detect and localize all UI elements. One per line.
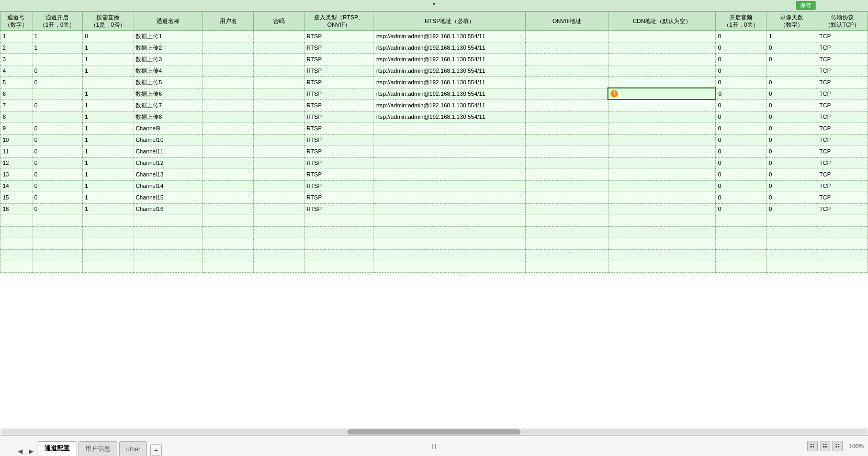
cell-audio[interactable]: 0	[716, 157, 766, 169]
cell-name[interactable]: 数据上传4	[133, 65, 203, 76]
cell-rtsp[interactable]: rtsp://admin:admin@192.168.1.130:554/11	[374, 65, 525, 76]
cell-name[interactable]: Channel15	[133, 192, 203, 203]
table-row[interactable]: 1501Channel15RTSP00TCP	[1, 192, 868, 203]
cell-cdn[interactable]	[608, 169, 716, 180]
cell-pass[interactable]	[254, 169, 305, 180]
cell-direct[interactable]: 1	[83, 99, 133, 111]
cell-open[interactable]: 0	[32, 99, 83, 111]
cell-cdn[interactable]	[608, 30, 716, 42]
cell-channel[interactable]: 12	[1, 157, 32, 169]
cell-audio[interactable]: 0	[716, 146, 766, 157]
cell-onvif[interactable]	[526, 180, 608, 192]
cell-proto[interactable]: TCP	[817, 65, 868, 76]
cell-direct[interactable]: 0	[83, 30, 133, 42]
cell-channel[interactable]: 16	[1, 203, 32, 215]
table-row[interactable]: 1001Channel10RTSP00TCP	[1, 134, 868, 146]
cell-channel[interactable]: 9	[1, 123, 32, 134]
table-row[interactable]: 1301Channel13RTSP00TCP	[1, 169, 868, 180]
cell-type[interactable]: RTSP	[304, 65, 374, 76]
cell-rtsp[interactable]	[374, 180, 525, 192]
cell-proto[interactable]: TCP	[817, 76, 868, 88]
cell-name[interactable]: 数据上传3	[133, 53, 203, 65]
table-row[interactable]: 110数据上传1RTSPrtsp://admin:admin@192.168.1…	[1, 30, 868, 42]
cell-type[interactable]: RTSP	[304, 146, 374, 157]
cell-pass[interactable]	[254, 146, 305, 157]
cell-pass[interactable]	[254, 192, 305, 203]
cell-cdn[interactable]	[608, 180, 716, 192]
cell-proto[interactable]: TCP	[817, 192, 868, 203]
cell-type[interactable]: RTSP	[304, 203, 374, 215]
tab-item-1[interactable]: 用户信息	[78, 441, 117, 456]
cell-type[interactable]: RTSP	[304, 192, 374, 203]
cell-type[interactable]: RTSP	[304, 123, 374, 134]
cell-open[interactable]: 0	[32, 192, 83, 203]
cell-type[interactable]: RTSP	[304, 169, 374, 180]
cell-type[interactable]: RTSP	[304, 88, 374, 99]
cell-onvif[interactable]	[526, 65, 608, 76]
cell-direct[interactable]: 1	[83, 192, 133, 203]
cell-audio[interactable]: 0	[716, 180, 766, 192]
cell-channel[interactable]: 13	[1, 169, 32, 180]
main-content[interactable]: 通道号 （数字）通道开启 （1开，0关）按需直播 （1是，0否）通道名称用户名密…	[0, 12, 868, 428]
cell-channel[interactable]: 11	[1, 146, 32, 157]
table-row[interactable]: 401数据上传4RTSPrtsp://admin:admin@192.168.1…	[1, 65, 868, 76]
cell-onvif[interactable]	[526, 111, 608, 123]
cell-user[interactable]	[203, 76, 254, 88]
cell-user[interactable]	[203, 134, 254, 146]
cell-audio[interactable]: 0	[716, 203, 766, 215]
cell-channel[interactable]: 14	[1, 180, 32, 192]
tab-next-button[interactable]: ▶	[27, 447, 36, 456]
cell-user[interactable]	[203, 42, 254, 53]
cell-proto[interactable]: TCP	[817, 30, 868, 42]
cell-proto[interactable]: TCP	[817, 99, 868, 111]
cell-name[interactable]: 数据上传8	[133, 111, 203, 123]
cell-channel[interactable]: 2	[1, 42, 32, 53]
cell-channel[interactable]: 8	[1, 111, 32, 123]
cell-user[interactable]	[203, 88, 254, 99]
cell-pass[interactable]	[254, 76, 305, 88]
cell-name[interactable]: 数据上传1	[133, 30, 203, 42]
cell-name[interactable]: 数据上传2	[133, 42, 203, 53]
cell-user[interactable]	[203, 65, 254, 76]
cell-type[interactable]: RTSP	[304, 30, 374, 42]
cell-channel[interactable]: 4	[1, 65, 32, 76]
cell-onvif[interactable]	[526, 192, 608, 203]
cell-direct[interactable]: 1	[83, 123, 133, 134]
cell-channel[interactable]: 15	[1, 192, 32, 203]
view-list-button[interactable]: ☷	[820, 441, 830, 451]
cell-direct[interactable]: 1	[83, 88, 133, 99]
cell-audio[interactable]: 0	[716, 123, 766, 134]
cell-pass[interactable]	[254, 65, 305, 76]
cell-cdn[interactable]	[608, 192, 716, 203]
add-tab-button[interactable]: +	[150, 444, 162, 456]
cell-audio[interactable]: 0	[716, 99, 766, 111]
cell-rtsp[interactable]	[374, 203, 525, 215]
cell-days[interactable]: 0	[766, 42, 817, 53]
cell-direct[interactable]: 1	[83, 169, 133, 180]
cell-cdn[interactable]	[608, 157, 716, 169]
cell-name[interactable]: 数据上传7	[133, 99, 203, 111]
cell-name[interactable]: Channel10	[133, 134, 203, 146]
cell-audio[interactable]: 0	[716, 30, 766, 42]
cell-open[interactable]: 0	[32, 134, 83, 146]
cell-audio[interactable]: 0	[716, 111, 766, 123]
cell-user[interactable]	[203, 30, 254, 42]
cell-pass[interactable]	[254, 30, 305, 42]
cell-audio[interactable]: 0	[716, 42, 766, 53]
tab-prev-button[interactable]: ◀	[16, 447, 25, 456]
cell-proto[interactable]: TCP	[817, 42, 868, 53]
cell-pass[interactable]	[254, 42, 305, 53]
cell-pass[interactable]	[254, 203, 305, 215]
table-row[interactable]: 1401Channel14RTSP00TCP	[1, 180, 868, 192]
cell-days[interactable]: 0	[766, 180, 817, 192]
cell-rtsp[interactable]	[374, 146, 525, 157]
cell-pass[interactable]	[254, 123, 305, 134]
cell-user[interactable]	[203, 157, 254, 169]
cell-days[interactable]: 0	[766, 88, 817, 99]
cell-audio[interactable]: 0	[716, 169, 766, 180]
cell-cdn[interactable]	[608, 123, 716, 134]
cell-name[interactable]: 数据上传6	[133, 88, 203, 99]
cell-onvif[interactable]	[526, 157, 608, 169]
cell-proto[interactable]: TCP	[817, 146, 868, 157]
cell-onvif[interactable]	[526, 123, 608, 134]
